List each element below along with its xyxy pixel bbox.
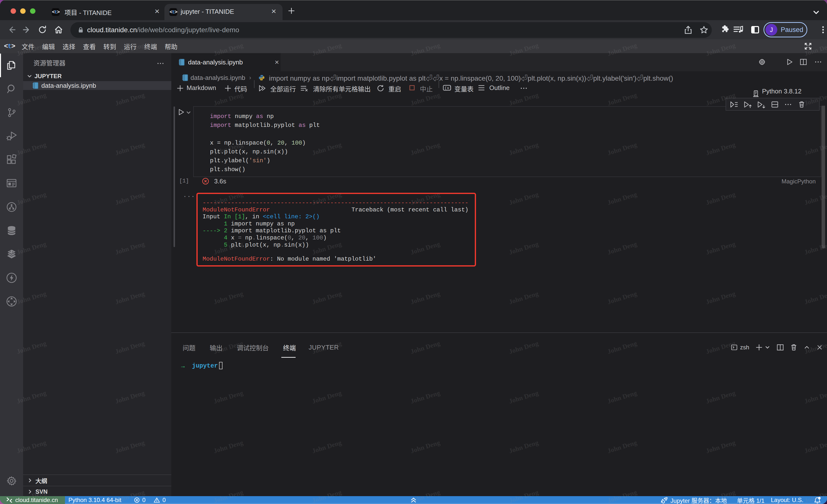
svg-text:(x): (x) — [444, 86, 451, 91]
